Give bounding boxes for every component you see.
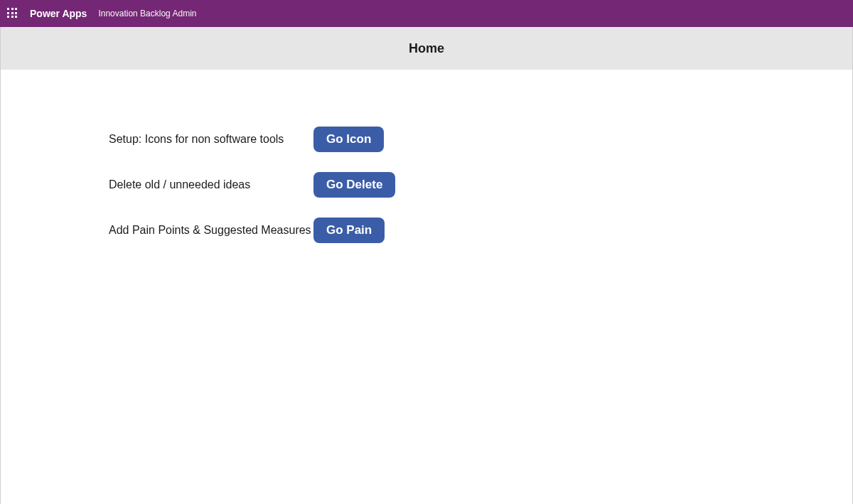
row-setup-icons: Setup: Icons for non software tools Go I… — [109, 127, 852, 152]
go-delete-button[interactable]: Go Delete — [313, 172, 395, 198]
product-name[interactable]: Power Apps — [30, 8, 87, 19]
row-label-pain-points: Add Pain Points & Suggested Measures — [109, 224, 313, 237]
row-delete-ideas: Delete old / unneeded ideas Go Delete — [109, 172, 852, 198]
page-title: Home — [409, 41, 444, 56]
global-header: Power Apps Innovation Backlog Admin — [0, 0, 853, 27]
go-pain-button[interactable]: Go Pain — [313, 218, 385, 243]
app-launcher-icon[interactable] — [7, 8, 18, 19]
row-label-setup-icons: Setup: Icons for non software tools — [109, 133, 313, 146]
row-pain-points: Add Pain Points & Suggested Measures Go … — [109, 218, 852, 243]
row-label-delete-ideas: Delete old / unneeded ideas — [109, 178, 313, 191]
app-name: Innovation Backlog Admin — [98, 9, 196, 18]
app-frame: Home Setup: Icons for non software tools… — [0, 27, 853, 504]
go-icon-button[interactable]: Go Icon — [313, 127, 384, 152]
content-area: Setup: Icons for non software tools Go I… — [1, 70, 852, 243]
page-header: Home — [1, 27, 852, 70]
